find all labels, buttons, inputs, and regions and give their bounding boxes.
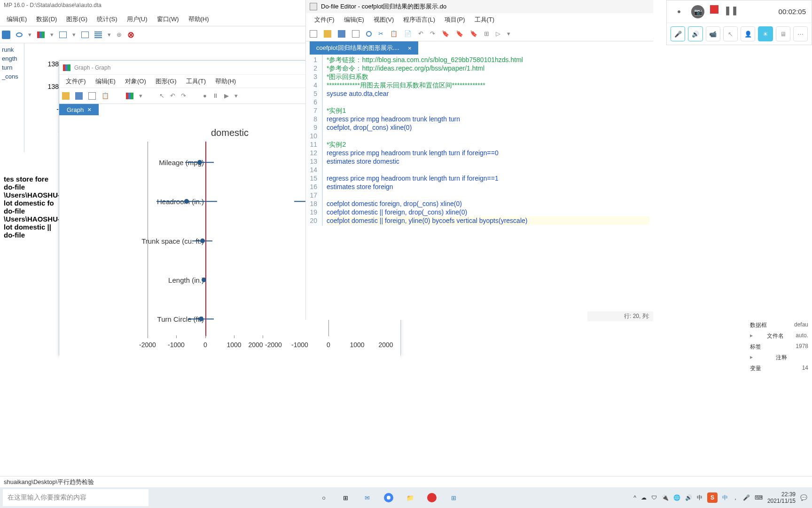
undo-icon[interactable]: ↶ bbox=[170, 92, 175, 99]
redo-icon[interactable]: ↷ bbox=[430, 30, 435, 37]
record-icon[interactable]: ● bbox=[203, 92, 207, 99]
prop-val: auto. bbox=[796, 332, 808, 340]
cursor-button[interactable]: ↖ bbox=[723, 26, 738, 41]
mail-icon[interactable]: ✉ bbox=[360, 491, 374, 504]
redo-icon[interactable]: ↷ bbox=[181, 92, 186, 99]
menu-stats[interactable]: 统计(S) bbox=[92, 12, 122, 26]
sogou-icon[interactable]: S bbox=[707, 492, 718, 503]
search-icon[interactable] bbox=[366, 31, 372, 37]
more-button[interactable]: ⋯ bbox=[793, 26, 808, 41]
tick bbox=[176, 335, 177, 338]
stata-app-icon[interactable]: ⊞ bbox=[447, 491, 460, 504]
menu-edit[interactable]: 编辑(E) bbox=[2, 12, 31, 26]
highlight-button[interactable]: ☀ bbox=[758, 26, 773, 41]
recorder-panel: 📷 ❚❚ 00:02:05 🎤 🔊 📹 ↖ 👤 ☀ 🖥 ⋯ bbox=[666, 0, 812, 45]
graph-icon[interactable] bbox=[37, 32, 45, 38]
webcam-button[interactable]: 📹 bbox=[706, 26, 720, 41]
graph-tab[interactable]: Graph × bbox=[59, 104, 99, 115]
save-icon[interactable] bbox=[338, 30, 345, 38]
dmenu-edit[interactable]: 编辑(E) bbox=[339, 13, 369, 26]
gmenu-graph[interactable]: 图形(G) bbox=[151, 75, 181, 87]
print-icon[interactable] bbox=[88, 92, 96, 100]
rename-icon[interactable] bbox=[126, 93, 133, 99]
new-icon[interactable] bbox=[310, 30, 317, 38]
ime-lang-icon[interactable]: 中 bbox=[722, 494, 728, 502]
dmenu-tools[interactable]: 工具(T) bbox=[470, 13, 500, 26]
wifi-icon[interactable]: 🌐 bbox=[673, 494, 680, 501]
dmenu-lang[interactable]: 程序语言(L) bbox=[398, 13, 440, 26]
ime-icon[interactable]: 中 bbox=[697, 494, 703, 502]
dofile-status: 行: 20, 列: bbox=[587, 311, 653, 321]
recorder-time: 00:02:05 bbox=[779, 8, 806, 16]
open-icon[interactable] bbox=[62, 92, 70, 100]
print-icon[interactable] bbox=[352, 30, 359, 38]
clock[interactable]: 22:39 2021/11/15 bbox=[767, 491, 796, 505]
tray-chevron-icon[interactable]: ^ bbox=[633, 494, 636, 501]
point-turn bbox=[199, 317, 203, 321]
mic-button[interactable]: 🎤 bbox=[671, 26, 685, 41]
mic-tray-icon[interactable]: 🎤 bbox=[743, 494, 750, 501]
data-browser-icon[interactable] bbox=[94, 32, 102, 38]
prop-key: 变量 bbox=[750, 365, 761, 373]
dofile-tabs: coefplot回归结果的图形展示.... × bbox=[306, 41, 653, 55]
gmenu-edit[interactable]: 编辑(E) bbox=[91, 75, 120, 87]
bookmark-clear-icon[interactable]: 🔖 bbox=[470, 30, 477, 37]
close-icon[interactable]: × bbox=[87, 106, 91, 113]
match-icon[interactable]: ⊞ bbox=[484, 30, 489, 37]
undo-icon[interactable]: ↶ bbox=[418, 30, 423, 37]
recorder-app-icon[interactable] bbox=[425, 491, 438, 504]
defender-icon[interactable]: 🛡 bbox=[651, 494, 657, 501]
dmenu-view[interactable]: 视图(V) bbox=[369, 13, 398, 26]
gmenu-tools[interactable]: 工具(T) bbox=[181, 75, 211, 87]
menu-help[interactable]: 帮助(H) bbox=[184, 12, 214, 26]
paste-icon[interactable]: 📄 bbox=[404, 30, 412, 37]
chrome-icon[interactable] bbox=[382, 491, 395, 504]
bookmark-icon[interactable]: 🔖 bbox=[442, 30, 449, 37]
menu-window[interactable]: 窗口(W) bbox=[152, 12, 184, 26]
menu-graph[interactable]: 图形(G) bbox=[62, 12, 92, 26]
dmenu-project[interactable]: 项目(P) bbox=[440, 13, 469, 26]
explorer-icon[interactable]: 📁 bbox=[404, 491, 417, 504]
gmenu-help[interactable]: 帮助(H) bbox=[211, 75, 241, 87]
record-button[interactable] bbox=[672, 5, 686, 18]
pause-icon[interactable]: ⏸ bbox=[212, 92, 219, 99]
data-editor-icon[interactable] bbox=[81, 32, 89, 38]
keyboard-icon[interactable]: ⌨ bbox=[755, 494, 763, 501]
start-button[interactable]: ○ bbox=[317, 491, 330, 504]
dmenu-file[interactable]: 文件(F) bbox=[310, 13, 339, 26]
monitor-button[interactable]: 🖥 bbox=[776, 26, 790, 41]
menu-user[interactable]: 用户(U) bbox=[122, 12, 152, 26]
bookmark-next-icon[interactable]: 🔖 bbox=[456, 30, 463, 37]
volume-icon[interactable]: 🔊 bbox=[685, 494, 692, 501]
input-comma-icon[interactable]: ， bbox=[733, 494, 738, 502]
stop-button[interactable] bbox=[710, 5, 718, 18]
play-icon[interactable]: ▶ bbox=[224, 92, 229, 99]
code-text[interactable]: *参考链接：http://blog.sina.com.cn/s/blog_629… bbox=[323, 55, 653, 226]
tick bbox=[263, 335, 263, 338]
pause-button[interactable]: ❚❚ bbox=[724, 5, 738, 18]
save-icon[interactable] bbox=[75, 92, 83, 100]
speaker-button[interactable]: 🔊 bbox=[688, 26, 703, 41]
close-icon[interactable]: × bbox=[408, 45, 412, 52]
camera-button[interactable]: 📷 bbox=[691, 5, 704, 18]
dofile-icon[interactable] bbox=[59, 32, 67, 38]
viewer-icon[interactable] bbox=[16, 32, 23, 37]
dofile-tab[interactable]: coefplot回归结果的图形展示.... × bbox=[310, 41, 418, 55]
notifications-icon[interactable]: 💬 bbox=[800, 494, 807, 501]
arrow-icon[interactable]: ↖ bbox=[159, 92, 164, 99]
cut-icon[interactable]: ✂ bbox=[378, 30, 383, 37]
code-area[interactable]: 1234567891011121314151617181920 *参考链接：ht… bbox=[306, 55, 653, 226]
open-icon[interactable] bbox=[324, 30, 331, 38]
break-icon[interactable]: ⊗ bbox=[127, 30, 134, 40]
task-view-icon[interactable]: ⊞ bbox=[339, 491, 352, 504]
execute-icon[interactable]: ▷ bbox=[496, 30, 500, 37]
log-icon[interactable] bbox=[2, 31, 10, 39]
gmenu-file[interactable]: 文件(F) bbox=[61, 75, 91, 87]
menu-data[interactable]: 数据(D) bbox=[31, 12, 62, 26]
usb-icon[interactable]: 🔌 bbox=[662, 494, 669, 501]
copy-icon[interactable]: 📋 bbox=[390, 30, 398, 37]
user-button[interactable]: 👤 bbox=[741, 26, 755, 41]
onedrive-icon[interactable]: ☁ bbox=[641, 494, 647, 501]
gmenu-object[interactable]: 对象(O) bbox=[120, 75, 151, 87]
search-input[interactable]: 在这里输入你要搜索的内容 bbox=[3, 489, 148, 506]
